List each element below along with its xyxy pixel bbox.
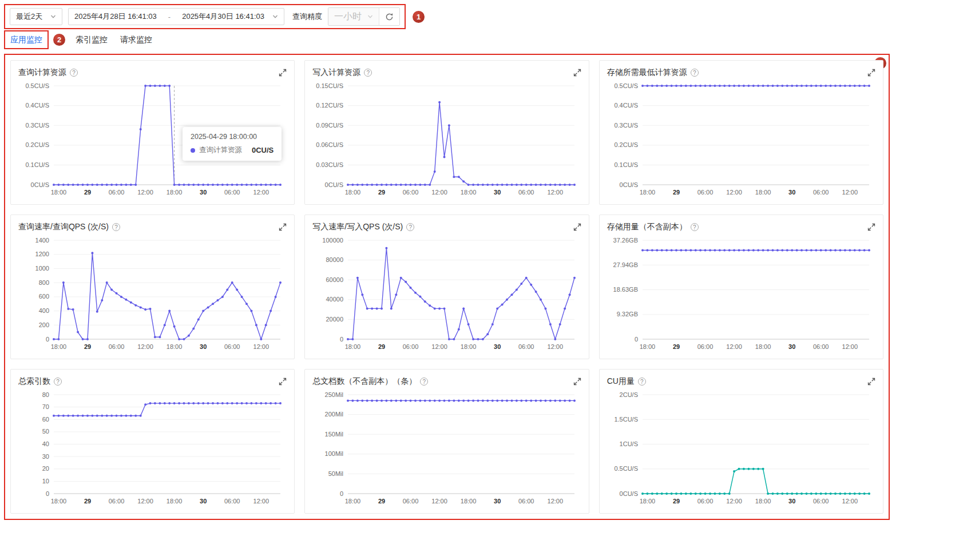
svg-text:150Mil: 150Mil	[325, 431, 343, 438]
chart-canvas-doc-count[interactable]: 250Mil200Mil150Mil100Mil50Mil018:002906:…	[312, 389, 580, 506]
svg-text:12:00: 12:00	[253, 343, 269, 350]
svg-text:60: 60	[42, 416, 49, 423]
svg-text:200Mil: 200Mil	[325, 411, 343, 418]
svg-text:0.3CU/S: 0.3CU/S	[614, 122, 638, 129]
expand-icon[interactable]	[279, 69, 287, 77]
expand-icon[interactable]	[867, 223, 875, 231]
chart-canvas-index-count[interactable]: 8070605040302010018:002906:0012:0018:003…	[18, 389, 286, 506]
expand-icon[interactable]	[573, 378, 581, 386]
svg-text:0.1CU/S: 0.1CU/S	[614, 161, 638, 168]
chart-canvas-write-compute[interactable]: 0.15CU/S0.12CU/S0.09CU/S0.06CU/S0.03CU/S…	[312, 80, 580, 197]
svg-text:0.2CU/S: 0.2CU/S	[614, 141, 638, 148]
chart-svg: 10000080000600004000020000018:002906:001…	[312, 235, 580, 352]
svg-text:18:00: 18:00	[755, 343, 771, 350]
precision-label: 查询精度	[292, 11, 322, 22]
refresh-button[interactable]	[379, 8, 399, 25]
help-icon[interactable]: ?	[70, 69, 78, 77]
svg-text:12:00: 12:00	[548, 498, 564, 505]
tab-index-monitoring[interactable]: 索引监控	[76, 35, 108, 45]
svg-text:29: 29	[673, 498, 680, 505]
chevron-down-icon	[272, 14, 278, 19]
svg-text:80000: 80000	[326, 256, 344, 263]
precision-group: 一小时	[328, 7, 400, 26]
svg-text:1CU/S: 1CU/S	[619, 440, 637, 447]
chart-canvas-query-qps[interactable]: 140012001000800600400200018:002906:0012:…	[18, 235, 286, 352]
chart-card-storage-usage: 存储用量（不含副本） ? 37.26GB27.94GB18.63GB9.32GB…	[599, 215, 883, 359]
expand-icon[interactable]	[867, 69, 875, 77]
svg-text:0CU/S: 0CU/S	[619, 181, 637, 188]
svg-text:12:00: 12:00	[137, 189, 153, 196]
card-header: 写入速率/写入QPS (次/S) ?	[312, 222, 581, 232]
svg-text:12:00: 12:00	[548, 189, 564, 196]
svg-text:18.63GB: 18.63GB	[613, 286, 637, 293]
help-icon[interactable]: ?	[364, 69, 372, 77]
card-header: CU用量 ?	[607, 376, 875, 387]
chart-canvas-storage-min-compute[interactable]: 0.5CU/S0.4CU/S0.3CU/S0.2CU/S0.1CU/S0CU/S…	[607, 80, 875, 197]
svg-text:250Mil: 250Mil	[325, 391, 343, 398]
chevron-down-icon	[367, 14, 373, 19]
chart-title: 查询计算资源	[18, 67, 66, 78]
svg-text:12:00: 12:00	[726, 343, 742, 350]
svg-text:06:00: 06:00	[403, 498, 419, 505]
help-icon[interactable]: ?	[691, 69, 699, 77]
date-range-picker[interactable]: 2025年4月28日 16:41:03 - 2025年4月30日 16:41:0…	[68, 8, 284, 25]
date-end: 2025年4月30日 16:41:03	[182, 11, 264, 22]
series-dot-icon	[191, 148, 195, 153]
chart-card-index-count: 总索引数 ? 8070605040302010018:002906:0012:0…	[10, 369, 295, 514]
svg-text:12:00: 12:00	[253, 189, 269, 196]
expand-icon[interactable]	[573, 69, 581, 77]
chart-canvas-storage-usage[interactable]: 37.26GB27.94GB18.63GB9.32GB018:002906:00…	[607, 235, 875, 352]
chart-svg: 2CU/S1.5CU/S1CU/S0.5CU/S0CU/S18:002906:0…	[607, 389, 875, 506]
svg-text:18:00: 18:00	[345, 498, 361, 505]
chart-svg: 8070605040302010018:002906:0012:0018:003…	[18, 389, 286, 506]
svg-text:06:00: 06:00	[403, 343, 419, 350]
chart-svg: 0.5CU/S0.4CU/S0.3CU/S0.2CU/S0.1CU/S0CU/S…	[607, 80, 875, 197]
svg-text:30: 30	[788, 189, 795, 196]
svg-text:1.5CU/S: 1.5CU/S	[614, 416, 638, 423]
help-icon[interactable]: ?	[420, 378, 428, 386]
card-header: 查询速率/查询QPS (次/S) ?	[18, 222, 287, 232]
precision-select[interactable]: 一小时	[328, 8, 379, 25]
chart-canvas-write-qps[interactable]: 10000080000600004000020000018:002906:001…	[312, 235, 580, 352]
svg-text:12:00: 12:00	[726, 498, 742, 505]
svg-text:2CU/S: 2CU/S	[619, 391, 637, 398]
svg-text:50: 50	[42, 428, 49, 435]
svg-text:29: 29	[378, 189, 385, 196]
svg-text:18:00: 18:00	[639, 343, 655, 350]
help-icon[interactable]: ?	[54, 378, 62, 386]
svg-text:29: 29	[84, 498, 91, 505]
time-range-select[interactable]: 最近2天	[10, 8, 62, 25]
svg-text:50Mil: 50Mil	[328, 470, 343, 477]
annotation-badge-2: 2	[53, 34, 65, 46]
tooltip-series: 查询计算资源	[199, 145, 242, 155]
svg-text:0.1CU/S: 0.1CU/S	[25, 161, 49, 168]
svg-text:18:00: 18:00	[461, 189, 477, 196]
svg-text:100Mil: 100Mil	[325, 450, 343, 457]
tab-request-monitoring[interactable]: 请求监控	[120, 35, 152, 45]
svg-text:70: 70	[42, 403, 49, 410]
help-icon[interactable]: ?	[638, 378, 646, 386]
svg-text:06:00: 06:00	[697, 498, 713, 505]
help-icon[interactable]: ?	[112, 223, 120, 231]
svg-text:0: 0	[46, 336, 49, 343]
svg-text:30: 30	[42, 453, 49, 460]
expand-icon[interactable]	[573, 223, 581, 231]
chart-card-query-qps: 查询速率/查询QPS (次/S) ? 140012001000800600400…	[10, 215, 295, 359]
svg-text:0.2CU/S: 0.2CU/S	[25, 141, 49, 148]
tab-annotation-frame: 应用监控	[4, 30, 49, 49]
tooltip-value: 0CU/S	[252, 146, 274, 154]
chart-canvas-cu-usage[interactable]: 2CU/S1.5CU/S1CU/S0.5CU/S0CU/S18:002906:0…	[607, 389, 875, 506]
svg-text:0.3CU/S: 0.3CU/S	[25, 122, 49, 129]
help-icon[interactable]: ?	[406, 223, 414, 231]
svg-text:06:00: 06:00	[109, 343, 125, 350]
svg-text:27.94GB: 27.94GB	[613, 261, 637, 268]
expand-icon[interactable]	[279, 223, 287, 231]
svg-text:12:00: 12:00	[253, 498, 269, 505]
help-icon[interactable]: ?	[691, 223, 699, 231]
expand-icon[interactable]	[867, 378, 875, 386]
svg-text:0.06CU/S: 0.06CU/S	[316, 141, 344, 148]
svg-text:12:00: 12:00	[137, 343, 153, 350]
tab-app-monitoring[interactable]: 应用监控	[10, 35, 42, 44]
expand-icon[interactable]	[279, 378, 287, 386]
svg-text:0.5CU/S: 0.5CU/S	[614, 465, 638, 472]
